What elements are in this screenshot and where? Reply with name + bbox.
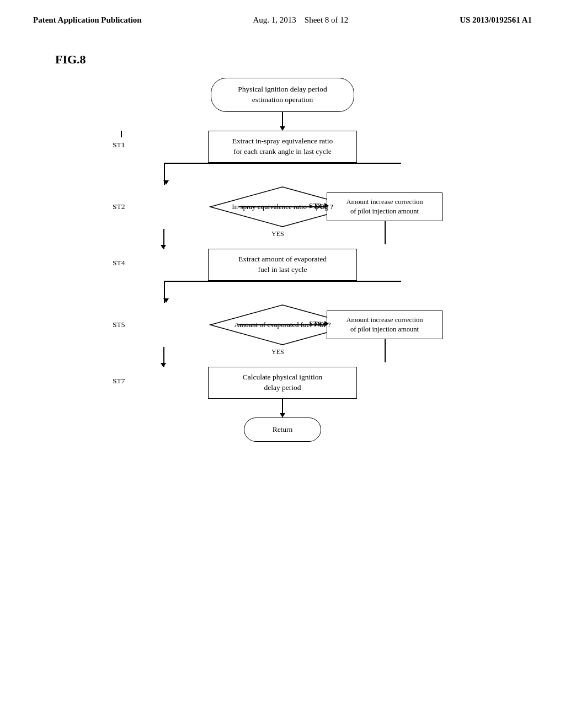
arrow-st4-to-st5-area bbox=[89, 281, 476, 303]
st4-row: ST4 Extract amount of evaporated fuel in… bbox=[89, 249, 476, 281]
st6-area: ST6 Amount increase correction of pilot … bbox=[327, 311, 443, 339]
header-left: Patent Application Publication bbox=[33, 15, 142, 25]
st3-area: ST3 Amount increase correction of pilot … bbox=[327, 192, 443, 221]
st2-row: ST2 In-spray equivalence ratio > φ trg ?… bbox=[89, 185, 476, 229]
st5-yes-label: YES bbox=[271, 348, 284, 356]
figure-label: FIG.8 bbox=[0, 30, 565, 67]
st4-box: Extract amount of evaporated fuel in las… bbox=[208, 249, 357, 281]
page-header: Patent Application Publication Aug. 1, 2… bbox=[0, 0, 565, 30]
end-node: Return bbox=[244, 417, 321, 442]
flowchart: Physical ignition delay period estimatio… bbox=[0, 78, 565, 475]
st1-box: Extract in-spray equivalence ratio for e… bbox=[208, 131, 357, 163]
st7-label: ST7 bbox=[113, 377, 125, 386]
arrow-start-to-st1 bbox=[282, 112, 283, 127]
st5-label: ST5 bbox=[113, 320, 125, 329]
st1-row: ST1 Extract in-spray equivalence ratio f… bbox=[89, 131, 476, 163]
start-node: Physical ignition delay period estimatio… bbox=[211, 78, 354, 112]
st7-box: Calculate physical ignition delay period bbox=[208, 367, 357, 399]
st2-label: ST2 bbox=[113, 202, 125, 211]
arrow-st5-yes-area: YES bbox=[89, 347, 476, 367]
st6-box: Amount increase correction of pilot inje… bbox=[327, 311, 443, 339]
header-right: US 2013/0192561 A1 bbox=[460, 15, 532, 25]
st4-label: ST4 bbox=[113, 259, 125, 267]
arrow-st1-to-st2-area bbox=[89, 163, 476, 185]
arrow-st2-yes-area: YES bbox=[89, 229, 476, 249]
arrow-st7-to-end bbox=[282, 399, 283, 414]
st7-row: ST7 Calculate physical ignition delay pe… bbox=[89, 367, 476, 399]
st2-yes-label: YES bbox=[271, 230, 284, 238]
st3-box: Amount increase correction of pilot inje… bbox=[327, 192, 443, 221]
header-center: Aug. 1, 2013 Sheet 8 of 12 bbox=[253, 15, 348, 25]
st5-row: ST5 Amount of evaporated fuel > M ? NO S… bbox=[89, 303, 476, 347]
st1-label: ST1 bbox=[113, 141, 125, 149]
